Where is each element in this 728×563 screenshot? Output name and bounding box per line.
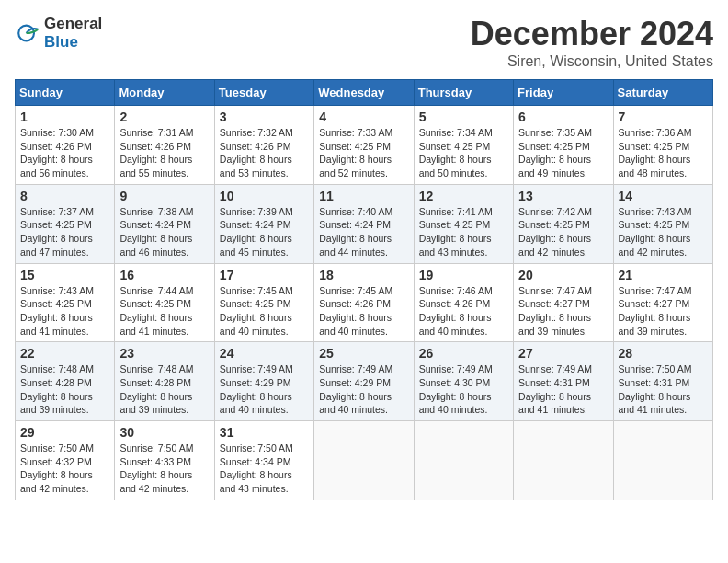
calendar-cell: 3 Sunrise: 7:32 AMSunset: 4:26 PMDayligh… bbox=[214, 106, 313, 185]
day-number: 8 bbox=[20, 189, 109, 203]
day-number: 6 bbox=[518, 109, 608, 124]
day-number: 30 bbox=[119, 425, 209, 440]
calendar-week-row: 29 Sunrise: 7:50 AMSunset: 4:32 PMDaylig… bbox=[16, 421, 713, 500]
day-info: Sunrise: 7:50 AMSunset: 4:33 PMDaylight:… bbox=[119, 442, 193, 494]
page-header: General Blue December 2024 Siren, Wiscon… bbox=[15, 15, 713, 70]
day-number: 13 bbox=[518, 189, 608, 203]
day-info: Sunrise: 7:45 AMSunset: 4:25 PMDaylight:… bbox=[220, 285, 293, 337]
day-info: Sunrise: 7:36 AMSunset: 4:25 PMDaylight:… bbox=[619, 127, 692, 178]
day-number: 14 bbox=[619, 189, 708, 203]
day-info: Sunrise: 7:37 AMSunset: 4:25 PMDaylight:… bbox=[20, 206, 94, 258]
calendar-week-row: 1 Sunrise: 7:30 AMSunset: 4:26 PMDayligh… bbox=[16, 106, 713, 185]
day-number: 1 bbox=[20, 109, 109, 124]
day-number: 21 bbox=[619, 268, 708, 282]
day-info: Sunrise: 7:43 AMSunset: 4:25 PMDaylight:… bbox=[20, 285, 94, 337]
day-number: 26 bbox=[419, 346, 508, 361]
calendar-cell: 12 Sunrise: 7:41 AMSunset: 4:25 PMDaylig… bbox=[414, 184, 513, 263]
calendar-cell: 11 Sunrise: 7:40 AMSunset: 4:24 PMDaylig… bbox=[314, 184, 414, 263]
day-info: Sunrise: 7:49 AMSunset: 4:29 PMDaylight:… bbox=[319, 363, 392, 415]
title-area: December 2024 Siren, Wisconsin, United S… bbox=[471, 15, 713, 70]
day-info: Sunrise: 7:34 AMSunset: 4:25 PMDaylight:… bbox=[419, 127, 493, 178]
day-info: Sunrise: 7:49 AMSunset: 4:29 PMDaylight:… bbox=[220, 363, 293, 415]
logo-general: General bbox=[44, 15, 102, 32]
day-info: Sunrise: 7:31 AMSunset: 4:26 PMDaylight:… bbox=[119, 127, 193, 178]
calendar-cell: 30 Sunrise: 7:50 AMSunset: 4:33 PMDaylig… bbox=[115, 421, 214, 500]
location-title: Siren, Wisconsin, United States bbox=[471, 53, 713, 70]
calendar-header-row: SundayMondayTuesdayWednesdayThursdayFrid… bbox=[16, 80, 713, 106]
calendar-cell: 17 Sunrise: 7:45 AMSunset: 4:25 PMDaylig… bbox=[214, 263, 313, 342]
calendar-header-wednesday: Wednesday bbox=[314, 80, 414, 106]
day-number: 28 bbox=[619, 346, 708, 361]
calendar-cell: 4 Sunrise: 7:33 AMSunset: 4:25 PMDayligh… bbox=[314, 106, 414, 185]
day-number: 19 bbox=[419, 268, 508, 282]
calendar-header-saturday: Saturday bbox=[613, 80, 712, 106]
calendar-cell bbox=[613, 421, 712, 500]
day-number: 10 bbox=[220, 189, 309, 203]
calendar-cell bbox=[514, 421, 613, 500]
day-info: Sunrise: 7:39 AMSunset: 4:24 PMDaylight:… bbox=[220, 206, 293, 258]
calendar-cell: 19 Sunrise: 7:46 AMSunset: 4:26 PMDaylig… bbox=[414, 263, 513, 342]
calendar-cell: 18 Sunrise: 7:45 AMSunset: 4:26 PMDaylig… bbox=[314, 263, 414, 342]
day-info: Sunrise: 7:48 AMSunset: 4:28 PMDaylight:… bbox=[20, 363, 94, 415]
calendar-header-friday: Friday bbox=[514, 80, 613, 106]
calendar-cell: 28 Sunrise: 7:50 AMSunset: 4:31 PMDaylig… bbox=[613, 342, 712, 421]
calendar-cell: 26 Sunrise: 7:49 AMSunset: 4:30 PMDaylig… bbox=[414, 342, 513, 421]
day-info: Sunrise: 7:44 AMSunset: 4:25 PMDaylight:… bbox=[119, 285, 193, 337]
calendar-cell bbox=[414, 421, 513, 500]
calendar-cell: 13 Sunrise: 7:42 AMSunset: 4:25 PMDaylig… bbox=[514, 184, 613, 263]
calendar-cell bbox=[314, 421, 414, 500]
day-info: Sunrise: 7:50 AMSunset: 4:32 PMDaylight:… bbox=[20, 442, 94, 494]
day-info: Sunrise: 7:38 AMSunset: 4:24 PMDaylight:… bbox=[119, 206, 193, 258]
day-number: 7 bbox=[619, 109, 708, 124]
calendar-week-row: 8 Sunrise: 7:37 AMSunset: 4:25 PMDayligh… bbox=[16, 184, 713, 263]
calendar-cell: 21 Sunrise: 7:47 AMSunset: 4:27 PMDaylig… bbox=[613, 263, 712, 342]
day-number: 25 bbox=[319, 346, 408, 361]
day-info: Sunrise: 7:49 AMSunset: 4:30 PMDaylight:… bbox=[419, 363, 493, 415]
calendar-table: SundayMondayTuesdayWednesdayThursdayFrid… bbox=[15, 79, 713, 500]
day-info: Sunrise: 7:50 AMSunset: 4:34 PMDaylight:… bbox=[220, 442, 293, 494]
calendar-cell: 14 Sunrise: 7:43 AMSunset: 4:25 PMDaylig… bbox=[613, 184, 712, 263]
calendar-cell: 20 Sunrise: 7:47 AMSunset: 4:27 PMDaylig… bbox=[514, 263, 613, 342]
day-number: 20 bbox=[518, 268, 608, 282]
calendar-cell: 31 Sunrise: 7:50 AMSunset: 4:34 PMDaylig… bbox=[214, 421, 313, 500]
calendar-cell: 10 Sunrise: 7:39 AMSunset: 4:24 PMDaylig… bbox=[214, 184, 313, 263]
day-info: Sunrise: 7:30 AMSunset: 4:26 PMDaylight:… bbox=[20, 127, 94, 178]
day-number: 4 bbox=[319, 109, 408, 124]
calendar-cell: 16 Sunrise: 7:44 AMSunset: 4:25 PMDaylig… bbox=[115, 263, 214, 342]
day-number: 16 bbox=[119, 268, 209, 282]
day-number: 11 bbox=[319, 189, 408, 203]
logo: General Blue bbox=[15, 15, 102, 52]
day-number: 3 bbox=[220, 109, 309, 124]
calendar-cell: 24 Sunrise: 7:49 AMSunset: 4:29 PMDaylig… bbox=[214, 342, 313, 421]
day-info: Sunrise: 7:32 AMSunset: 4:26 PMDaylight:… bbox=[220, 127, 293, 178]
day-info: Sunrise: 7:40 AMSunset: 4:24 PMDaylight:… bbox=[319, 206, 392, 258]
calendar-cell: 22 Sunrise: 7:48 AMSunset: 4:28 PMDaylig… bbox=[16, 342, 115, 421]
day-number: 2 bbox=[119, 109, 209, 124]
calendar-header-thursday: Thursday bbox=[414, 80, 513, 106]
day-info: Sunrise: 7:33 AMSunset: 4:25 PMDaylight:… bbox=[319, 127, 392, 178]
calendar-cell: 7 Sunrise: 7:36 AMSunset: 4:25 PMDayligh… bbox=[613, 106, 712, 185]
day-info: Sunrise: 7:49 AMSunset: 4:31 PMDaylight:… bbox=[518, 363, 592, 415]
calendar-header-sunday: Sunday bbox=[16, 80, 115, 106]
day-number: 18 bbox=[319, 268, 408, 282]
day-info: Sunrise: 7:35 AMSunset: 4:25 PMDaylight:… bbox=[518, 127, 592, 178]
logo-icon bbox=[15, 20, 40, 46]
month-title: December 2024 bbox=[471, 15, 713, 53]
day-number: 15 bbox=[20, 268, 109, 282]
day-info: Sunrise: 7:46 AMSunset: 4:26 PMDaylight:… bbox=[419, 285, 493, 337]
calendar-header-monday: Monday bbox=[115, 80, 214, 106]
day-info: Sunrise: 7:45 AMSunset: 4:26 PMDaylight:… bbox=[319, 285, 392, 337]
day-info: Sunrise: 7:42 AMSunset: 4:25 PMDaylight:… bbox=[518, 206, 592, 258]
day-number: 5 bbox=[419, 109, 508, 124]
day-number: 27 bbox=[518, 346, 608, 361]
day-number: 24 bbox=[220, 346, 309, 361]
logo-blue: Blue bbox=[44, 33, 78, 51]
day-info: Sunrise: 7:43 AMSunset: 4:25 PMDaylight:… bbox=[619, 206, 692, 258]
calendar-week-row: 22 Sunrise: 7:48 AMSunset: 4:28 PMDaylig… bbox=[16, 342, 713, 421]
day-info: Sunrise: 7:47 AMSunset: 4:27 PMDaylight:… bbox=[619, 285, 692, 337]
day-number: 9 bbox=[119, 189, 209, 203]
calendar-cell: 15 Sunrise: 7:43 AMSunset: 4:25 PMDaylig… bbox=[16, 263, 115, 342]
calendar-cell: 29 Sunrise: 7:50 AMSunset: 4:32 PMDaylig… bbox=[16, 421, 115, 500]
day-number: 22 bbox=[20, 346, 109, 361]
calendar-cell: 2 Sunrise: 7:31 AMSunset: 4:26 PMDayligh… bbox=[115, 106, 214, 185]
